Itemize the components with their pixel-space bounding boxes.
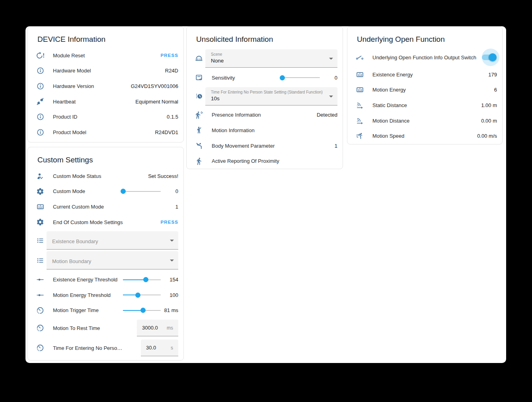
sensitivity-row: Sensitivity 0: [187, 70, 343, 86]
output-switch-toggle[interactable]: [478, 49, 497, 66]
input-value: 3000.0: [142, 325, 158, 331]
motion-trigger-time-slider[interactable]: [123, 308, 161, 313]
toggle-knob: [489, 53, 497, 61]
row-value: Set Success!: [148, 173, 178, 179]
counter-icon: 12: [355, 71, 364, 78]
end-custom-mode-press-button[interactable]: PRESS: [161, 220, 179, 224]
row-value: Equipment Normal: [135, 99, 178, 105]
page-title: DEVICE Information: [28, 27, 183, 48]
row-label: Product Model: [53, 129, 155, 135]
counter-icon: 12: [355, 86, 364, 94]
table-row: 12 Current Custom Mode 1: [28, 199, 183, 215]
row-value: 6: [494, 87, 497, 93]
cog-icon: [35, 187, 45, 195]
table-row: Hardware Version G24VD1SYV001006: [28, 78, 183, 94]
board-check-icon: [194, 74, 204, 82]
existence-boundary-select[interactable]: Existence Boundary: [47, 231, 178, 250]
timer-icon: [35, 324, 45, 332]
account-check-icon: [35, 172, 45, 180]
list-icon: [35, 237, 45, 244]
select-value: None: [211, 57, 325, 64]
row-label: End Of Custom Mode Settings: [53, 219, 161, 225]
table-row: 12 Existence Energy 179: [347, 67, 502, 82]
table-row: Motion Information: [187, 123, 343, 138]
row-label: Presence Information: [212, 112, 317, 118]
power-plug-icon: [35, 98, 45, 105]
input-unit: s: [171, 345, 173, 351]
select-label: Time For Entering No Person State Settin…: [211, 90, 325, 95]
svg-text:1: 1: [38, 205, 39, 208]
no-person-time-input-row: Time For Entering No Perso… 30.0 s: [28, 338, 183, 358]
table-row: Body Movement Parameter 1: [187, 138, 343, 154]
row-label: Static Distance: [372, 102, 481, 108]
motion-threshold-row: Motion Energy Threshold 100: [28, 287, 183, 303]
slider-value: 100: [161, 292, 178, 298]
scene-select[interactable]: Scene None: [205, 49, 337, 68]
select-label: Scene: [211, 52, 325, 57]
custom-mode-slider[interactable]: [123, 189, 161, 194]
existence-energy-threshold-slider[interactable]: [123, 277, 161, 283]
table-row: Presence Information Detected: [187, 107, 343, 123]
row-value: 0.00 m/s: [477, 133, 497, 139]
person-greeting-icon: [194, 126, 204, 134]
presence-motion-sensor-icon: [194, 111, 204, 119]
row-value: 1: [175, 204, 178, 210]
table-row: Static Distance 1.00 m: [347, 98, 502, 113]
existence-boundary-select-row: Existence Boundary: [28, 230, 183, 250]
table-row: Product Model R24DVD1: [28, 125, 183, 140]
row-value: R24D: [165, 68, 178, 74]
page-title: Custom Settings: [28, 147, 183, 168]
row-value: R24DVD1: [155, 129, 178, 135]
row-label: Sensitivity: [212, 75, 278, 81]
signal-distance-icon: [355, 101, 364, 109]
row-label: Module Reset: [53, 53, 161, 59]
svg-text:1: 1: [357, 89, 359, 92]
info-icon: [35, 113, 45, 121]
row-value: 0.00 m: [481, 118, 497, 124]
motion-trigger-time-row: Motion Trigger Time 81 ms: [28, 303, 183, 318]
input-unit: ms: [167, 325, 173, 331]
info-icon: [35, 129, 45, 136]
motion-boundary-select[interactable]: Motion Boundary: [47, 251, 178, 269]
module-reset-press-button[interactable]: PRESS: [161, 53, 179, 58]
timer-icon: [35, 344, 45, 352]
motion-energy-threshold-slider[interactable]: [123, 292, 161, 298]
slider-handle-icon: [35, 291, 45, 299]
no-person-time-select[interactable]: Time For Entering No Person State Settin…: [205, 87, 337, 105]
table-row: End Of Custom Mode Settings PRESS: [28, 215, 183, 230]
row-label: Underlying Open Function Info Output Swi…: [372, 55, 478, 60]
slider-value: 81 ms: [161, 307, 178, 313]
row-label: Existence Energy Threshold: [53, 277, 120, 283]
no-person-time-input[interactable]: 30.0 s: [141, 340, 178, 356]
sensitivity-slider[interactable]: [281, 75, 320, 80]
page-title: Unsolicited Information: [187, 27, 343, 48]
scene-dome-icon: [194, 55, 204, 62]
row-value: 0.1.5: [167, 114, 178, 120]
row-label: Time For Entering No Perso…: [53, 345, 141, 351]
timer-icon: [35, 306, 45, 314]
row-label: Active Reporting Of Proximity: [212, 158, 337, 164]
page-title: Underlying Open Function: [347, 27, 502, 48]
row-value: G24VD1SYV001006: [131, 83, 178, 89]
row-label: Motion Information: [212, 127, 337, 133]
row-label: Motion To Rest Time: [53, 325, 137, 331]
table-row: Hardware Model R24D: [28, 63, 183, 79]
svg-text:2: 2: [41, 205, 43, 208]
row-label: Hardware Model: [53, 68, 165, 74]
svg-text:2: 2: [361, 89, 362, 92]
row-value: 179: [488, 72, 497, 78]
row-label: Current Custom Mode: [53, 204, 175, 210]
select-placeholder: Existence Boundary: [52, 234, 166, 250]
row-label: Existence Energy: [372, 72, 488, 78]
electric-switch-icon: [355, 53, 364, 61]
row-label: Motion Trigger Time: [53, 307, 120, 313]
chevron-down-icon: [170, 260, 174, 261]
output-switch-row: Underlying Open Function Info Output Swi…: [347, 48, 502, 67]
table-row: Module Reset PRESS: [28, 48, 183, 63]
slider-value: 0: [320, 75, 337, 81]
app-surface: DEVICE Information Module Reset PRESS Ha…: [25, 26, 506, 363]
chevron-down-icon: [329, 58, 333, 60]
motion-to-rest-time-input[interactable]: 3000.0 ms: [137, 320, 178, 336]
table-row: Motion Distance 0.00 m: [347, 113, 502, 129]
slider-handle-icon: [35, 276, 45, 283]
